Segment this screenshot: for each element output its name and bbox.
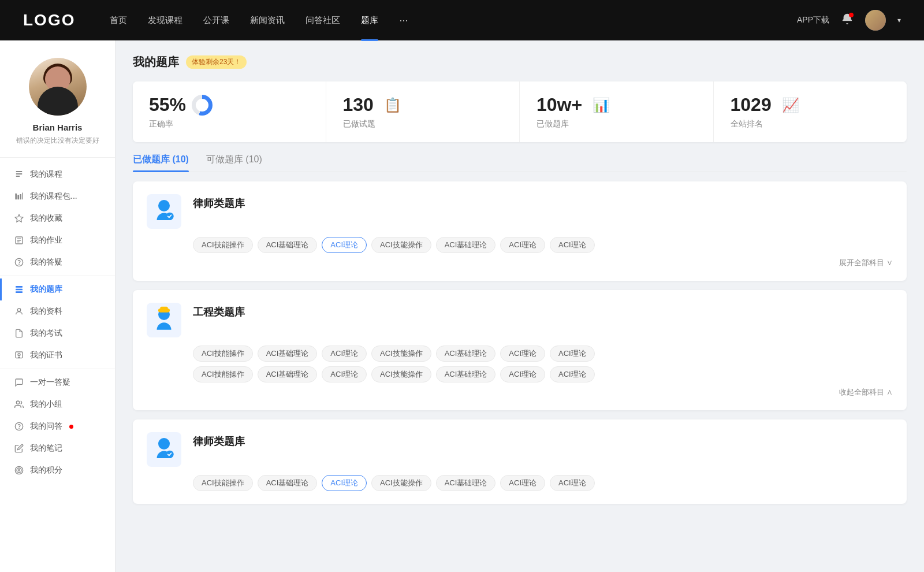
sidebar-item-notes[interactable]: 我的笔记 — [0, 437, 115, 459]
accuracy-donut-chart — [192, 95, 213, 116]
sidebar-item-profile[interactable]: 我的资料 — [0, 300, 115, 322]
app-download[interactable]: APP下载 — [797, 15, 829, 25]
lawyer2-svg — [150, 435, 178, 464]
sidebar-item-my-qa[interactable]: 我的问答 — [0, 415, 115, 437]
sidebar-item-qa[interactable]: 我的答疑 — [0, 251, 115, 273]
tag-eng-r2-2[interactable]: ACI基础理论 — [258, 366, 318, 382]
qbank-icon — [14, 284, 24, 295]
tag-lawyer2-2[interactable]: ACI基础理论 — [258, 475, 318, 491]
lawyer2-icon-container — [147, 432, 181, 467]
avatar — [29, 58, 87, 116]
tag-eng-r1-4[interactable]: ACI技能操作 — [371, 346, 431, 362]
qbank-label: 我的题库 — [30, 284, 62, 295]
divider2 — [0, 369, 115, 369]
nav-news[interactable]: 新闻资讯 — [250, 15, 285, 26]
tag-eng-r1-2[interactable]: ACI基础理论 — [258, 346, 318, 362]
sidebar-item-favorites[interactable]: 我的收藏 — [0, 207, 115, 229]
navbar: LOGO 首页 发现课程 公开课 新闻资讯 问答社区 题库 ··· APP下载 … — [0, 0, 924, 40]
nav-discover[interactable]: 发现课程 — [148, 15, 182, 26]
tag-eng-r1-5[interactable]: ACI基础理论 — [436, 346, 496, 362]
one-on-one-label: 一对一答疑 — [30, 377, 70, 388]
qbank-tags-lawyer2: ACI技能操作 ACI基础理论 ACI理论 ACI技能操作 ACI基础理论 AC… — [193, 475, 893, 491]
sidebar-item-one-on-one[interactable]: 一对一答疑 — [0, 372, 115, 393]
tag-lawyer2-6[interactable]: ACI理论 — [500, 475, 545, 491]
stat-rank: 1029 📈 全站排名 — [714, 81, 907, 142]
tag-lawyer2-4[interactable]: ACI技能操作 — [371, 475, 431, 491]
tag-lawyer1-1[interactable]: ACI技能操作 — [193, 237, 253, 253]
tag-lawyer2-3[interactable]: ACI理论 — [322, 475, 367, 491]
qa-icon — [14, 257, 24, 268]
tag-lawyer1-5[interactable]: ACI基础理论 — [436, 237, 496, 253]
cert-label: 我的证书 — [30, 350, 62, 361]
tag-eng-r2-6[interactable]: ACI理论 — [500, 366, 545, 382]
sidebar-item-exam[interactable]: 我的考试 — [0, 322, 115, 344]
user-menu-chevron[interactable]: ▾ — [897, 16, 901, 24]
tag-eng-r2-1[interactable]: ACI技能操作 — [193, 366, 253, 382]
qbank-name-lawyer2: 律师类题库 — [193, 432, 245, 448]
svg-marker-7 — [15, 214, 23, 222]
tag-lawyer2-1[interactable]: ACI技能操作 — [193, 475, 253, 491]
tag-eng-r1-7[interactable]: ACI理论 — [550, 346, 595, 362]
svg-point-19 — [18, 354, 20, 356]
avatar[interactable] — [865, 10, 886, 31]
expand-text-lawyer1: 展开全部科目 ∨ — [839, 258, 893, 267]
svg-rect-16 — [16, 291, 23, 293]
tag-lawyer1-6[interactable]: ACI理论 — [500, 237, 545, 253]
svg-rect-0 — [16, 171, 23, 172]
notification-bell[interactable] — [841, 13, 854, 28]
qbank-tags-engineer-row1: ACI技能操作 ACI基础理论 ACI理论 ACI技能操作 ACI基础理论 AC… — [193, 346, 893, 362]
stat-rank-row: 1029 📈 — [731, 94, 891, 116]
points-icon — [14, 465, 24, 476]
sidebar-menu: 我的课程 我的课程包... 我的收藏 我的作业 — [0, 158, 115, 487]
tab-done-banks[interactable]: 已做题库 (10) — [133, 154, 189, 172]
sidebar-item-homework[interactable]: 我的作业 — [0, 229, 115, 251]
nav-right: APP下载 ▾ — [797, 10, 901, 31]
tag-eng-r2-5[interactable]: ACI基础理论 — [436, 366, 496, 382]
group-label: 我的小组 — [30, 399, 62, 410]
qbank-header-lawyer2: 律师类题库 — [147, 432, 893, 467]
sidebar-item-course-pack[interactable]: 我的课程包... — [0, 185, 115, 207]
avatar-body — [38, 87, 78, 116]
nav-home[interactable]: 首页 — [110, 15, 127, 26]
one-on-one-icon — [14, 377, 24, 388]
tag-lawyer1-4[interactable]: ACI技能操作 — [371, 237, 431, 253]
tag-eng-r2-3[interactable]: ACI理论 — [322, 366, 367, 382]
nav-qbank[interactable]: 题库 — [361, 15, 378, 26]
trial-badge: 体验剩余23天！ — [186, 55, 247, 69]
qbank-header-lawyer1: 律师类题库 — [147, 194, 893, 229]
tabs-row: 已做题库 (10) 可做题库 (10) — [133, 154, 907, 172]
nav-qa[interactable]: 问答社区 — [305, 15, 340, 26]
sidebar-profile: Brian Harris 错误的决定比没有决定要好 — [0, 40, 115, 158]
notes-label: 我的笔记 — [30, 443, 62, 454]
svg-point-17 — [17, 309, 20, 311]
tag-lawyer1-3[interactable]: ACI理论 — [322, 237, 367, 253]
homework-icon — [14, 235, 24, 246]
qbank-footer-lawyer1[interactable]: 展开全部科目 ∨ — [147, 258, 893, 268]
course-pack-label: 我的课程包... — [30, 191, 77, 202]
sidebar-item-cert[interactable]: 我的证书 — [0, 344, 115, 366]
divider1 — [0, 276, 115, 276]
tag-eng-r1-3[interactable]: ACI理论 — [322, 346, 367, 362]
tag-eng-r2-4[interactable]: ACI技能操作 — [371, 366, 431, 382]
tag-lawyer2-7[interactable]: ACI理论 — [550, 475, 595, 491]
tag-eng-r1-1[interactable]: ACI技能操作 — [193, 346, 253, 362]
sidebar-item-group[interactable]: 我的小组 — [0, 393, 115, 415]
logo: LOGO — [23, 11, 75, 29]
bank-icon: 📊 — [593, 97, 610, 113]
sidebar-item-qbank[interactable]: 我的题库 — [0, 278, 115, 300]
tag-eng-r2-7[interactable]: ACI理论 — [550, 366, 595, 382]
tag-lawyer1-2[interactable]: ACI基础理论 — [258, 237, 318, 253]
qbank-footer-engineer[interactable]: 收起全部科目 ∧ — [147, 387, 893, 398]
nav-open-course[interactable]: 公开课 — [203, 15, 229, 26]
tag-lawyer1-7[interactable]: ACI理论 — [550, 237, 595, 253]
qbank-tags-engineer-row2: ACI技能操作 ACI基础理论 ACI理论 ACI技能操作 ACI基础理论 AC… — [193, 366, 893, 382]
svg-point-26 — [158, 200, 170, 211]
donut-inner — [196, 99, 208, 112]
tab-available-banks[interactable]: 可做题库 (10) — [206, 154, 262, 172]
sidebar-item-points[interactable]: 我的积分 — [0, 459, 115, 481]
tag-eng-r1-6[interactable]: ACI理论 — [500, 346, 545, 362]
nav-more[interactable]: ··· — [399, 14, 408, 27]
stat-rank-value: 1029 — [731, 94, 772, 116]
sidebar-item-course[interactable]: 我的课程 — [0, 164, 115, 185]
tag-lawyer2-5[interactable]: ACI基础理论 — [436, 475, 496, 491]
